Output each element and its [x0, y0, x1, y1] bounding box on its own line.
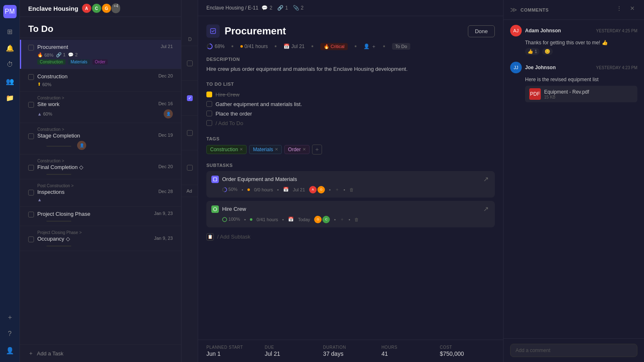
home-icon[interactable]: ⊞	[3, 25, 17, 38]
task-item-stage-completion[interactable]: Construction > Stage Completion Dec 19 👤	[20, 123, 181, 154]
comment-input[interactable]	[510, 344, 637, 357]
subtask-meta-order: 50% • 0/0 hours • 📅 Jul 21 A G • ＋ • 🗑	[222, 186, 490, 193]
todo-check-hire-crew[interactable]	[206, 92, 212, 97]
subtask-delete-order[interactable]: 🗑	[349, 187, 354, 192]
assign-attr[interactable]: 👤 ＋	[363, 43, 376, 50]
avatar: C	[92, 3, 102, 13]
help-icon[interactable]: ?	[3, 327, 17, 340]
task-item-occupancy[interactable]: Project Closing Phase > Occupancy ◇ Jan …	[20, 226, 181, 251]
task-parent-final-completion: Construction >	[37, 159, 173, 163]
todo-check-place-order[interactable]	[206, 111, 212, 116]
task-item-construction[interactable]: Construction Dec 20 ⬆ 60%	[20, 69, 181, 92]
add-task-button[interactable]: ＋ Add a Task	[20, 344, 181, 362]
breadcrumb-id: E-11	[248, 5, 258, 11]
user-icon[interactable]: 👤	[3, 344, 17, 357]
task-checkbox-procurement[interactable]	[28, 45, 34, 51]
avatar-group: A C G +4	[82, 3, 120, 13]
task-parent-site-work: Construction >	[37, 96, 173, 100]
done-button[interactable]: Done	[468, 25, 495, 37]
comment-time-adam: YESTERDAY 4:25 PM	[596, 29, 637, 33]
planned-start-value: Jun 1	[206, 350, 261, 357]
subtask-add-assignee-order[interactable]: ＋	[335, 186, 339, 193]
subtask-open-hire[interactable]: ↗	[482, 205, 490, 213]
app-logo[interactable]: PM	[3, 5, 17, 18]
comment-time-joe: YESTERDAY 4:23 PM	[596, 65, 637, 70]
todo-check-gather[interactable]	[206, 101, 212, 107]
add-todo-button[interactable]: / Add To Do	[206, 118, 495, 128]
task-title-row: Procurement Done	[206, 24, 495, 38]
task-checkbox-construction[interactable]	[28, 74, 34, 80]
remove-tag-order[interactable]: ✕	[303, 147, 306, 152]
task-checkbox-inspections[interactable]	[28, 190, 34, 195]
description-text: Hire crew plus order equipment and mater…	[206, 65, 495, 73]
breadcrumb: Enclave Housing / E-11	[206, 5, 258, 11]
task-checkbox-stage-completion[interactable]	[28, 133, 34, 139]
task-progress-construction: ⬆ 60%	[37, 82, 51, 87]
task-item-inspections[interactable]: Post Construction > Inspections Dec 28 ▲	[20, 179, 181, 207]
subtask-avatar-hire-2: C	[322, 216, 330, 223]
subtask-hours-hire: 0/41 hours	[257, 217, 278, 222]
task-panel-title: To Do	[28, 24, 173, 34]
subtask-avatar-2: G	[317, 186, 325, 193]
bell-icon[interactable]: 🔔	[3, 41, 17, 55]
subtask-progress-hire: 100%	[222, 217, 240, 222]
task-name-procurement: Procurement	[37, 44, 157, 50]
clock-icon[interactable]: ⏱	[3, 58, 17, 71]
task-date-occupancy: Jan 9, 23	[154, 236, 173, 241]
add-tag-button[interactable]: ＋	[312, 145, 322, 154]
remove-tag-construction[interactable]: ✕	[240, 147, 243, 152]
task-checkbox-site-work[interactable]	[28, 102, 34, 108]
subtask-icon-hire	[211, 205, 219, 213]
project-header: Enclave Housing A C G +4	[20, 0, 181, 17]
task-date-project-closing: Jan 9, 23	[154, 211, 173, 216]
header-meta: 💬 2 🔗 1 📎 2	[261, 5, 303, 11]
reaction-add[interactable]: 😊	[542, 48, 553, 55]
users-icon[interactable]: 👥	[3, 75, 17, 88]
task-progress-procurement: 🔥 68%	[37, 52, 53, 58]
hours-value: 0/41 hours	[245, 43, 268, 49]
task-item-project-closing[interactable]: Project Closing Phase Jan 9, 23	[20, 207, 181, 226]
todo-text-place-order: Place the order	[215, 111, 252, 117]
add-col-button[interactable]: Ad	[182, 185, 198, 197]
col-d-check-3[interactable]	[187, 130, 193, 136]
col-d-check-4[interactable]	[187, 165, 193, 171]
subtask-meta-hire: 100% • 0/41 hours • 📅 Today G C • ＋ • 🗑	[222, 216, 490, 223]
task-panel: Enclave Housing A C G +4 To Do Procureme…	[20, 0, 182, 362]
avatar-extra-badge: +4	[111, 3, 120, 13]
footer-hours: HOURS 41	[381, 345, 436, 357]
subtask-delete-hire[interactable]: 🗑	[354, 217, 359, 222]
subtask-open-order[interactable]: ↗	[482, 175, 490, 183]
task-checkbox-occupancy[interactable]	[28, 237, 34, 242]
hours-dot	[240, 45, 243, 48]
project-title: Enclave Housing	[28, 5, 78, 12]
progress-indicator: 68%	[206, 43, 225, 50]
task-progress-bar-stage	[46, 146, 71, 147]
comment-reactions-adam: 👍 1 😊	[525, 48, 637, 55]
comment-header-joe: JJ Joe Johnson YESTERDAY 4:23 PM	[510, 62, 637, 73]
task-item-final-completion[interactable]: Construction > Final Completion ◇ Dec 20	[20, 154, 181, 179]
todo-item-gather: Gather equipment and materials list.	[206, 99, 495, 109]
col-d-check-2[interactable]: ✓	[187, 95, 193, 101]
comment-attachment-joe[interactable]: PDF Equipment - Rev.pdf 15 KB	[525, 86, 637, 102]
col-d-check-1[interactable]	[187, 60, 193, 66]
remove-tag-materials[interactable]: ✕	[275, 147, 278, 152]
folder-icon[interactable]: 📁	[3, 91, 17, 104]
comment-item-joe: JJ Joe Johnson YESTERDAY 4:23 PM Here is…	[510, 62, 637, 102]
task-item-procurement[interactable]: Procurement Jul 21 🔥 68% 🔗 1 💬 2 Constru…	[20, 40, 181, 69]
add-icon[interactable]: ＋	[3, 311, 17, 324]
task-icon	[206, 24, 220, 38]
task-detail-body: Procurement Done 68% • 0/41 hours • 📅 Ju…	[198, 16, 503, 340]
subtask-avatar-hire-1: G	[314, 216, 322, 223]
add-subtask-button[interactable]: 📋 / Add Subtask	[206, 231, 495, 243]
task-checkbox-project-closing[interactable]	[28, 212, 34, 217]
tag-construction: Construction	[37, 59, 65, 65]
task-item-site-work[interactable]: Construction > Site work Dec 16 ▲ 60% 👤	[20, 92, 181, 123]
subtask-date-hire: Today	[298, 217, 310, 222]
task-avatar-site-work: 👤	[164, 109, 173, 118]
subtask-add-assignee-hire[interactable]: ＋	[340, 216, 344, 222]
todo-item-place-order: Place the order	[206, 109, 495, 118]
hours-attr: 0/41 hours	[240, 43, 268, 49]
reaction-thumbsup[interactable]: 👍 1	[525, 48, 540, 55]
task-checkbox-final-completion[interactable]	[28, 165, 34, 171]
comment-header-adam: AJ Adam Johnson YESTERDAY 4:25 PM	[510, 25, 637, 36]
